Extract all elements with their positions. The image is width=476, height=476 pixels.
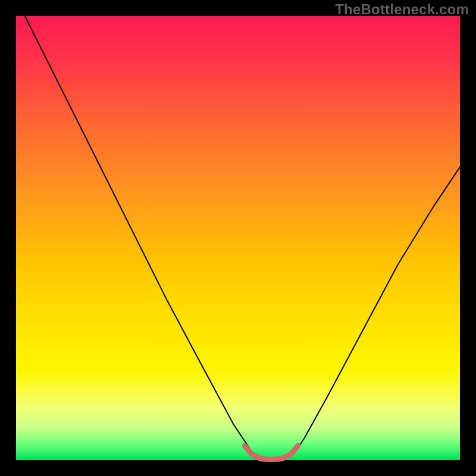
watermark-text: TheBottleneck.com — [335, 1, 469, 18]
gradient-background — [16, 16, 460, 460]
bottleneck-chart — [0, 0, 476, 476]
chart-frame: TheBottleneck.com — [0, 0, 476, 476]
